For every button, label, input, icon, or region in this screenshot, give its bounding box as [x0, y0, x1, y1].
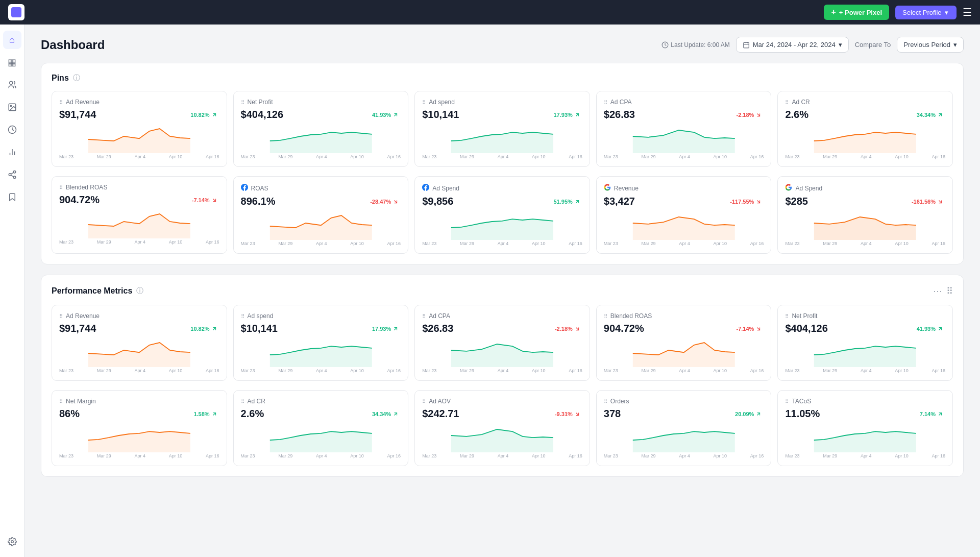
pins-title: Pins — [52, 74, 69, 83]
sidebar-item-reports[interactable] — [3, 143, 21, 161]
card-icon: ⠿ — [604, 99, 607, 106]
card-label-row: ⠿ Ad CPA — [604, 99, 764, 106]
performance-info-icon[interactable]: ⓘ — [136, 286, 143, 296]
axis-label: Apr 10 — [714, 241, 727, 246]
chart-axis: Mar 23Mar 29Apr 4Apr 10Apr 16 — [241, 453, 401, 458]
card-value-row: $285 -161.56% — [785, 196, 945, 207]
svg-marker-25 — [451, 219, 553, 240]
sidebar-item-revenue[interactable] — [3, 120, 21, 139]
card-label: Ad Spend — [432, 185, 459, 192]
axis-label: Apr 4 — [498, 154, 509, 159]
pins-info-icon[interactable]: ⓘ — [73, 74, 80, 83]
performance-row1: ⠿ Ad Revenue $91,744 10.82% Mar 23Mar 29… — [52, 305, 953, 381]
performance-section-header: Performance Metrics ⓘ ⋯ ⠿ — [52, 285, 953, 297]
card-value: 904.72% — [59, 194, 100, 206]
card-label: Net Margin — [66, 398, 96, 405]
axis-label: Apr 16 — [932, 241, 945, 246]
card-value-row: 11.05% 7.14% — [785, 408, 945, 420]
axis-label: Apr 4 — [861, 368, 872, 373]
card-badge: 17.93% — [551, 111, 582, 119]
axis-label: Apr 4 — [135, 154, 146, 159]
grid-icon[interactable]: ⠿ — [946, 285, 953, 297]
axis-label: Mar 23 — [241, 241, 255, 246]
topbar-right: + Power Pixel Select Profile ▾ ☰ — [824, 5, 972, 20]
sidebar-item-users[interactable] — [3, 76, 21, 94]
svg-marker-37 — [814, 431, 916, 452]
chart-axis: Mar 23Mar 29Apr 4Apr 10Apr 16 — [59, 368, 219, 373]
card-chart — [785, 336, 945, 367]
axis-label: Mar 29 — [642, 154, 656, 159]
axis-label: Mar 23 — [604, 368, 618, 373]
axis-label: Apr 16 — [206, 453, 219, 458]
chart-axis: Mar 23Mar 29Apr 4Apr 10Apr 16 — [785, 241, 945, 246]
card-badge: 20.09% — [733, 410, 764, 418]
axis-label: Mar 23 — [422, 154, 436, 159]
axis-label: Apr 4 — [135, 453, 146, 458]
card-label-row: ⠿ Net Profit — [241, 99, 401, 106]
card-label-row: Ad Spend — [785, 184, 945, 192]
axis-label: Mar 23 — [422, 453, 436, 458]
profile-dropdown[interactable]: Select Profile ▾ — [895, 6, 957, 19]
date-range-button[interactable]: Mar 24, 2024 - Apr 22, 2024 ▾ — [736, 37, 849, 53]
more-options-icon[interactable]: ⋯ — [933, 285, 942, 297]
sidebar-item-analytics[interactable]: ▦ — [3, 53, 21, 71]
pins-section-header: Pins ⓘ — [52, 74, 953, 83]
metric-card: ⠿ Ad CR 2.6% 34.34% Mar 23Mar 29Apr 4Apr… — [233, 390, 409, 466]
metric-card: ⠿ Ad CPA $26.83 -2.18% Mar 23Mar 29Apr 4… — [414, 305, 590, 381]
axis-label: Apr 10 — [895, 453, 909, 458]
chart-axis: Mar 23Mar 29Apr 4Apr 10Apr 16 — [59, 239, 219, 245]
axis-label: Apr 4 — [861, 241, 872, 246]
card-icon: ⠿ — [59, 312, 63, 320]
hamburger-button[interactable]: ☰ — [963, 6, 972, 18]
compare-period-button[interactable]: Previous Period ▾ — [897, 37, 964, 53]
axis-label: Mar 23 — [59, 154, 74, 159]
metric-card: ⠿ Net Profit $404,126 41.93% Mar 23Mar 2… — [233, 91, 409, 167]
svg-marker-35 — [451, 429, 553, 452]
sidebar-item-home[interactable]: ⌂ — [3, 31, 21, 49]
svg-marker-32 — [814, 346, 916, 367]
axis-label: Mar 23 — [422, 368, 436, 373]
sidebar-item-bookmark[interactable] — [3, 188, 21, 206]
axis-label: Apr 16 — [750, 453, 764, 458]
card-value: $91,744 — [59, 109, 96, 120]
axis-label: Apr 4 — [679, 453, 690, 458]
card-value: $26.83 — [604, 109, 635, 120]
axis-label: Mar 23 — [604, 241, 618, 246]
sidebar-item-settings[interactable] — [3, 532, 21, 551]
axis-label: Mar 29 — [460, 241, 474, 246]
card-label: ROAS — [251, 185, 268, 192]
svg-marker-28 — [88, 343, 190, 367]
card-label: TACoS — [792, 398, 811, 405]
card-chart — [785, 123, 945, 153]
card-icon: ⠿ — [785, 312, 789, 320]
svg-rect-14 — [744, 42, 749, 48]
card-value: $10,141 — [422, 109, 459, 120]
card-chart — [59, 336, 219, 367]
card-chart — [59, 123, 219, 153]
chart-axis: Mar 23Mar 29Apr 4Apr 10Apr 16 — [604, 453, 764, 458]
card-label: Ad spend — [248, 312, 274, 320]
chart-axis: Mar 23Mar 29Apr 4Apr 10Apr 16 — [422, 241, 582, 246]
card-label-row: ⠿ Ad CR — [241, 398, 401, 405]
logo-icon — [11, 7, 21, 17]
power-pixel-button[interactable]: + Power Pixel — [824, 5, 889, 20]
axis-label: Mar 23 — [241, 368, 255, 373]
sidebar-item-share[interactable] — [3, 165, 21, 184]
card-label-row: ⠿ Ad Revenue — [59, 312, 219, 320]
chart-axis: Mar 23Mar 29Apr 4Apr 10Apr 16 — [59, 453, 219, 458]
card-label: Blended ROAS — [610, 312, 652, 320]
card-label-row: Ad Spend — [422, 184, 582, 192]
axis-label: Apr 10 — [169, 368, 183, 373]
card-value-row: $404,126 41.93% — [785, 323, 945, 334]
svg-point-12 — [11, 541, 13, 543]
axis-label: Mar 23 — [59, 453, 74, 458]
axis-label: Mar 23 — [604, 453, 618, 458]
axis-label: Apr 10 — [895, 154, 909, 159]
sidebar-item-images[interactable] — [3, 98, 21, 116]
svg-marker-21 — [633, 130, 735, 153]
card-badge: 17.93% — [370, 325, 401, 333]
axis-label: Apr 10 — [895, 241, 909, 246]
metric-card: ⠿ Ad Revenue $91,744 10.82% Mar 23Mar 29… — [52, 91, 227, 167]
card-value: $404,126 — [241, 109, 283, 120]
card-label: Revenue — [614, 185, 639, 192]
